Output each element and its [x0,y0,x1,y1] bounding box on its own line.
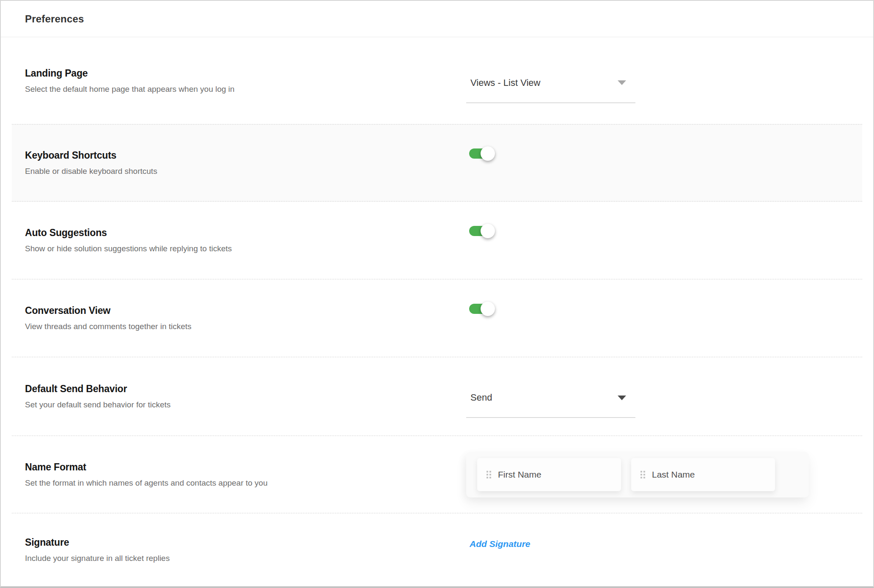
section-row-landing-page: Landing Page Select the default home pag… [12,37,862,124]
name-format-title: Name Format [25,461,466,473]
toggle-knob [481,224,495,238]
toggle-knob [481,146,495,161]
landing-page-select[interactable]: Views - List View [466,77,635,103]
name-format-chip-first-name[interactable]: First Name [477,458,621,491]
section-row-keyboard-shortcuts: Keyboard Shortcuts Enable or disable key… [12,124,862,202]
name-format-control: First Name Last Name [466,452,862,497]
chevron-down-icon [618,396,626,400]
conversation-view-title: Conversation View [25,305,466,316]
settings-list: Landing Page Select the default home pag… [12,37,862,586]
auto-suggestions-title: Auto Suggestions [25,227,466,239]
chip-label: Last Name [652,470,695,480]
name-format-chip-last-name[interactable]: Last Name [631,458,775,491]
auto-suggestions-text: Auto Suggestions Show or hide solution s… [25,227,466,254]
landing-page-text: Landing Page Select the default home pag… [25,67,466,94]
section-row-auto-suggestions: Auto Suggestions Show or hide solution s… [12,202,862,280]
chevron-down-icon [618,80,626,85]
section-row-default-send-behavior: Default Send Behavior Set your default s… [12,357,862,436]
keyboard-shortcuts-description: Enable or disable keyboard shortcuts [25,166,466,176]
preferences-page: Preferences Landing Page Select the defa… [0,0,874,588]
conversation-view-toggle[interactable] [469,304,489,314]
default-send-behavior-description: Set your default send behavior for ticke… [25,400,466,410]
default-send-behavior-text: Default Send Behavior Set your default s… [25,383,466,410]
keyboard-shortcuts-control [466,158,862,168]
signature-description: Include your signature in all ticket rep… [25,553,466,563]
toggle-knob [481,302,495,316]
chip-label: First Name [498,470,541,480]
keyboard-shortcuts-text: Keyboard Shortcuts Enable or disable key… [25,149,466,176]
drag-handle-icon[interactable] [486,471,491,478]
auto-suggestions-control [466,235,862,245]
conversation-view-text: Conversation View View threads and comme… [25,305,466,332]
name-format-chip-tray: First Name Last Name [466,452,809,497]
page-title: Preferences [25,13,84,25]
landing-page-control: Views - List View [466,58,862,103]
keyboard-shortcuts-title: Keyboard Shortcuts [25,149,466,161]
landing-page-description: Select the default home page that appear… [25,84,466,94]
add-signature-link[interactable]: Add Signature [470,539,530,549]
section-row-conversation-view: Conversation View View threads and comme… [12,280,862,357]
auto-suggestions-toggle[interactable] [469,226,489,236]
default-send-behavior-select[interactable]: Send [466,392,635,418]
name-format-description: Set the format in which names of agents … [25,478,466,488]
page-header: Preferences [1,1,873,37]
auto-suggestions-description: Show or hide solution suggestions while … [25,244,466,254]
signature-title: Signature [25,536,466,548]
landing-page-select-value: Views - List View [470,77,540,89]
default-send-behavior-control: Send [466,375,862,418]
drag-handle-icon[interactable] [640,471,645,478]
default-send-behavior-select-value: Send [470,392,492,404]
signature-control: Add Signature [466,545,862,555]
conversation-view-control [466,313,862,323]
name-format-text: Name Format Set the format in which name… [25,461,466,488]
conversation-view-description: View threads and comments together in ti… [25,321,466,332]
section-row-signature: Signature Include your signature in all … [12,514,862,586]
default-send-behavior-title: Default Send Behavior [25,383,466,395]
landing-page-title: Landing Page [25,67,466,79]
signature-text: Signature Include your signature in all … [25,536,466,563]
section-row-name-format: Name Format Set the format in which name… [12,436,862,514]
keyboard-shortcuts-toggle[interactable] [469,148,489,159]
